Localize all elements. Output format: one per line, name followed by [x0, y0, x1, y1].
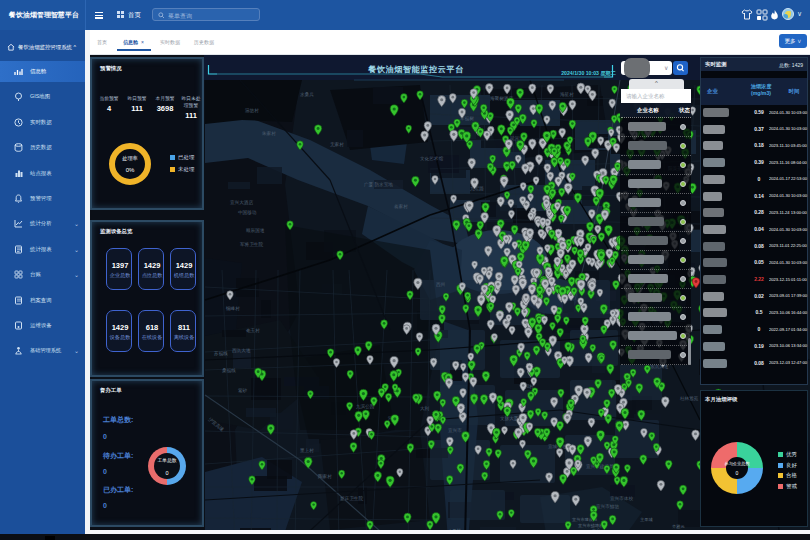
svg-text:铜峰村: 铜峰村	[225, 305, 240, 312]
svg-text:新庄卫生院: 新庄卫生院	[340, 495, 363, 502]
svg-text:九宏路: 九宏路	[470, 186, 484, 191]
svg-text:紫砂: 紫砂	[238, 388, 248, 393]
svg-text:顺辰国道: 顺辰国道	[246, 227, 265, 234]
svg-text:军将卫生院: 军将卫生院	[240, 241, 263, 248]
svg-text:亳玉村: 亳玉村	[246, 327, 260, 334]
svg-text:餐饮油烟智能监控云平台: 餐饮油烟智能监控云平台	[367, 64, 464, 74]
svg-text:2024/1/30 10:03 星期二: 2024/1/30 10:03 星期二	[561, 70, 617, 77]
svg-text:主果城: 主果城	[640, 517, 653, 522]
svg-text:广厦 防水宝地: 广厦 防水宝地	[364, 181, 393, 188]
svg-text:水桑兵: 水桑兵	[300, 92, 314, 97]
svg-text:宜兴市: 宜兴市	[448, 428, 462, 433]
svg-text:文脉大厦: 文脉大厦	[500, 415, 519, 422]
svg-text:陶家村: 陶家村	[318, 473, 332, 480]
svg-text:宜兴市体校: 宜兴市体校	[610, 496, 633, 501]
